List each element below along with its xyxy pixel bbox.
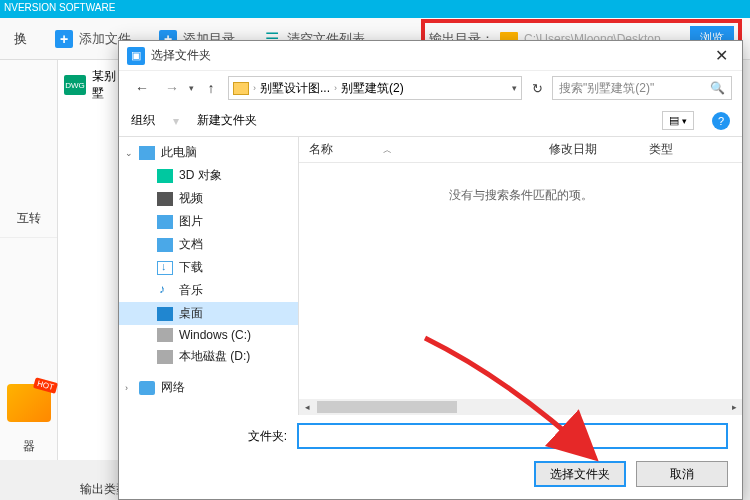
close-icon[interactable]: ✕ [709,46,734,65]
folder-icon [233,82,249,95]
dwg-icon: DWG [64,75,86,95]
chevron-right-icon: › [253,83,256,93]
search-input[interactable]: 搜索"别墅建筑(2)" 🔍 [552,76,732,100]
dialog-titlebar: ▣ 选择文件夹 ✕ [119,41,742,71]
tree-c-drive[interactable]: Windows (C:) [119,325,298,345]
dialog-icon: ▣ [127,47,145,65]
scroll-left-icon[interactable]: ◂ [299,399,315,415]
breadcrumb-1[interactable]: 别墅设计图... [260,80,330,97]
back-icon[interactable]: ← [129,76,155,100]
tree-network[interactable]: ›网络 [119,376,298,399]
col-date[interactable]: 修改日期 [539,141,639,158]
nav-tree: ⌄此电脑 3D 对象 视频 图片 文档 下载 音乐 桌面 Windows (C:… [119,137,299,415]
scroll-thumb[interactable] [317,401,457,413]
organize-button[interactable]: 组织 [131,112,155,129]
dialog-footer: 文件夹: 选择文件夹 取消 [119,415,742,499]
tree-3d-objects[interactable]: 3D 对象 [119,164,298,187]
view-mode-button[interactable]: ▤ ▾ [662,111,694,130]
column-headers: 名称 ︿ 修改日期 类型 [299,137,742,163]
hot-badge-icon[interactable] [7,384,51,422]
search-icon: 🔍 [710,81,725,95]
history-dropdown-icon[interactable]: ▾ [189,83,194,93]
scroll-right-icon[interactable]: ▸ [726,399,742,415]
tree-d-drive[interactable]: 本地磁盘 (D:) [119,345,298,368]
tree-pictures[interactable]: 图片 [119,210,298,233]
folder-picker-dialog: ▣ 选择文件夹 ✕ ← → ▾ ↑ › 别墅设计图... › 别墅建筑(2) ▾… [118,40,743,500]
help-icon[interactable]: ? [712,112,730,130]
app-title-bar: NVERSION SOFTWARE [0,0,750,18]
dialog-nav: ← → ▾ ↑ › 别墅设计图... › 别墅建筑(2) ▾ ↻ 搜索"别墅建筑… [119,71,742,105]
tree-this-pc[interactable]: ⌄此电脑 [119,141,298,164]
address-bar[interactable]: › 别墅设计图... › 别墅建筑(2) ▾ [228,76,522,100]
col-type[interactable]: 类型 [639,141,683,158]
plus-icon: + [55,30,73,48]
tree-documents[interactable]: 文档 [119,233,298,256]
breadcrumb-2[interactable]: 别墅建筑(2) [341,80,404,97]
sort-asc-icon: ︿ [383,145,392,155]
col-name[interactable]: 名称 ︿ [299,141,539,158]
new-folder-button[interactable]: 新建文件夹 [197,112,257,129]
select-folder-button[interactable]: 选择文件夹 [534,461,626,487]
chevron-right-icon: › [334,83,337,93]
dialog-title: 选择文件夹 [151,47,709,64]
horizontal-scrollbar[interactable]: ◂ ▸ [299,399,742,415]
refresh-icon[interactable]: ↻ [526,81,548,96]
chevron-down-icon[interactable]: ▾ [512,83,517,93]
tree-videos[interactable]: 视频 [119,187,298,210]
tree-desktop[interactable]: 桌面 [119,302,298,325]
convert-tab[interactable]: 换 [0,24,41,54]
tree-downloads[interactable]: 下载 [119,256,298,279]
search-placeholder: 搜索"别墅建筑(2)" [559,80,654,97]
tree-music[interactable]: 音乐 [119,279,298,302]
folder-field-label: 文件夹: [133,428,287,445]
left-sidebar: 互转 器 [0,60,58,460]
folder-name-input[interactable] [297,423,728,449]
sidebar-device[interactable]: 器 [0,428,57,465]
sidebar-mutual[interactable]: 互转 [0,200,57,238]
empty-message: 没有与搜索条件匹配的项。 [299,163,742,204]
content-pane: 名称 ︿ 修改日期 类型 没有与搜索条件匹配的项。 ◂ ▸ [299,137,742,415]
dialog-toolbar: 组织 ▾ 新建文件夹 ▤ ▾ ? [119,105,742,137]
forward-icon: → [159,76,185,100]
cancel-button[interactable]: 取消 [636,461,728,487]
up-icon[interactable]: ↑ [198,76,224,100]
